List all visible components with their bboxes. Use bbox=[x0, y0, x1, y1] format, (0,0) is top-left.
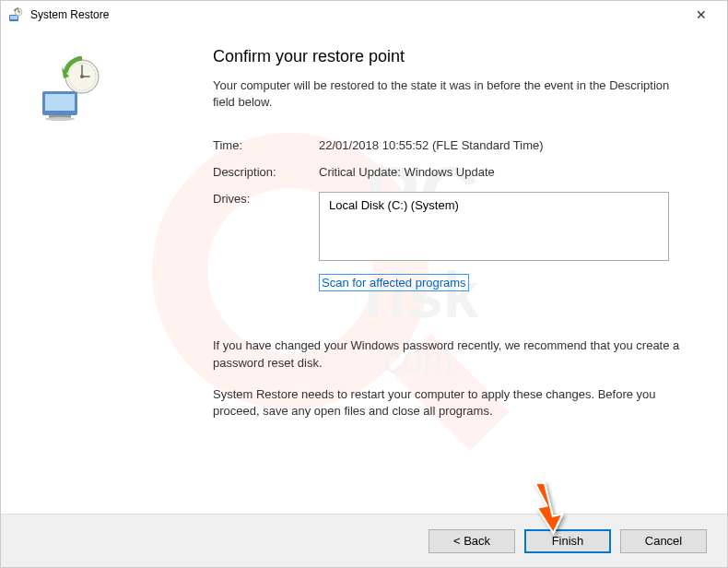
window-title: System Restore bbox=[30, 8, 683, 21]
description-value: Critical Update: Windows Update bbox=[319, 165, 495, 179]
drives-row: Drives: Local Disk (C:) (System) bbox=[213, 192, 681, 261]
drives-value: Local Disk (C:) (System) bbox=[329, 198, 459, 212]
left-panel bbox=[29, 47, 213, 514]
drives-label: Drives: bbox=[213, 192, 319, 261]
button-bar: < Back Finish Cancel bbox=[1, 514, 727, 567]
svg-rect-1 bbox=[10, 16, 18, 19]
password-note: If you have changed your Windows passwor… bbox=[213, 337, 681, 371]
system-restore-icon bbox=[38, 56, 102, 121]
page-subtitle: Your computer will be restored to the st… bbox=[213, 77, 681, 111]
description-label: Description: bbox=[213, 165, 319, 179]
titlebar: System Restore ✕ bbox=[1, 1, 727, 29]
svg-point-16 bbox=[80, 75, 84, 78]
cancel-button[interactable]: Cancel bbox=[620, 529, 707, 553]
back-button[interactable]: < Back bbox=[429, 529, 515, 553]
time-row: Time: 22/01/2018 10:55:52 (FLE Standard … bbox=[213, 138, 681, 152]
svg-rect-11 bbox=[45, 94, 75, 111]
right-panel: Confirm your restore point Your computer… bbox=[213, 47, 699, 514]
close-icon: ✕ bbox=[696, 7, 707, 22]
scan-affected-programs-link[interactable]: Scan for affected programs bbox=[319, 274, 469, 291]
time-label: Time: bbox=[213, 138, 319, 152]
restore-titlebar-icon bbox=[8, 7, 23, 22]
close-button[interactable]: ✕ bbox=[683, 2, 720, 28]
page-heading: Confirm your restore point bbox=[213, 47, 681, 66]
restart-note: System Restore needs to restart your com… bbox=[213, 386, 681, 420]
finish-button[interactable]: Finish bbox=[524, 529, 611, 553]
svg-point-13 bbox=[45, 117, 75, 121]
time-value: 22/01/2018 10:55:52 (FLE Standard Time) bbox=[319, 138, 544, 152]
system-restore-window: System Restore ✕ PC risk .com bbox=[0, 0, 728, 568]
scan-link-row: Scan for affected programs bbox=[319, 274, 681, 291]
content-area: PC risk .com Confirm your restore point … bbox=[1, 29, 727, 514]
drives-listbox[interactable]: Local Disk (C:) (System) bbox=[319, 192, 669, 261]
description-row: Description: Critical Update: Windows Up… bbox=[213, 165, 681, 179]
